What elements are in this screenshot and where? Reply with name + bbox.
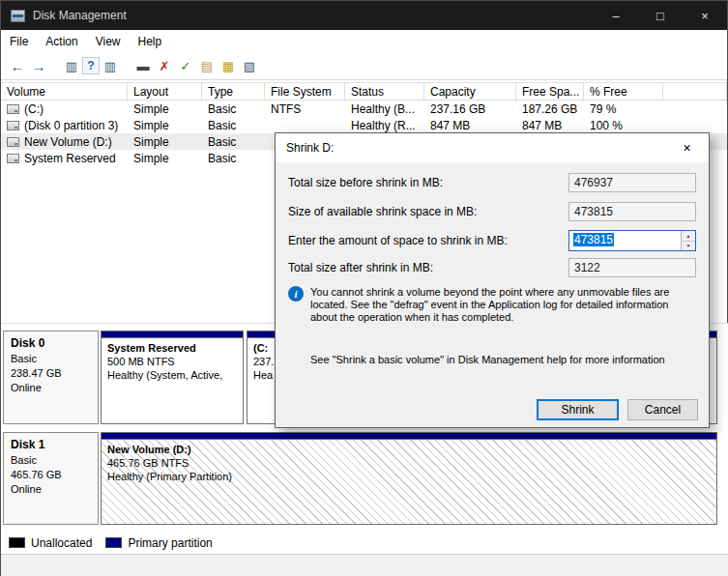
cell-type: Basic [202,135,265,149]
partition-system-reserved[interactable]: System Reserved 500 MB NTFS Healthy (Sys… [101,331,244,424]
disk-kind: Basic [11,453,91,468]
disk-status: Online [11,381,91,395]
partition-color-bar [102,331,243,338]
menu-bar: File Action View Help [1,30,727,52]
window-title: Disk Management [33,9,127,22]
info-section: i You cannot shrink a volume beyond the … [288,286,695,324]
info-icon: i [288,286,304,302]
disk-size: 465.76 GB [11,468,91,482]
help-icon[interactable]: ? [82,57,100,74]
cell-capacity: 237.16 GB [424,102,516,116]
shrink-amount-input[interactable]: 473815 ▲ ▼ [568,230,696,251]
field-label: Size of available shrink space in MB: [288,205,477,218]
disk-name: Disk 0 [11,336,91,350]
field-label: Total size after shrink in MB: [288,261,433,274]
menu-action[interactable]: Action [37,35,86,48]
forward-icon[interactable]: → [28,55,49,76]
field-label: Enter the amount of space to shrink in M… [288,234,508,247]
disk-0-info[interactable]: Disk 0 Basic 238.47 GB Online [3,331,99,424]
column-spacer [663,83,727,100]
cell-layout: Simple [128,102,202,116]
cell-capacity: 847 MB [424,119,516,132]
column-capacity[interactable]: Capacity [424,83,516,100]
close-button[interactable]: × [683,1,727,30]
legend-label: Primary partition [128,536,212,550]
minimize-button[interactable]: – [594,1,638,30]
legend-label: Unallocated [31,536,92,550]
volume-name: New Volume (D:) [24,135,112,149]
cell-layout: Simple [128,135,202,149]
cell-layout: Simple [128,152,202,165]
partition-title: New Volume (D:) [107,443,711,456]
partition-color-bar [102,433,716,440]
drive-icon [7,137,19,147]
cell-pct-free: 79 % [584,102,663,116]
back-icon[interactable]: ← [7,55,28,76]
app-icon [11,10,25,22]
cancel-button[interactable]: Cancel [627,399,698,420]
column-pct-free[interactable]: % Free [584,83,663,100]
column-free-space[interactable]: Free Spa... [516,83,584,100]
column-volume[interactable]: Volume [1,83,128,100]
disk-name: Disk 1 [11,438,91,451]
window-controls: – □ × [594,1,727,30]
partition-size: 465.76 GB NTFS [107,456,711,470]
dialog-close-icon[interactable]: × [665,133,709,162]
drive-icon [7,121,19,130]
open-icon[interactable]: ▤ [196,55,218,76]
table-row[interactable]: (Disk 0 partition 3) Simple Basic Health… [1,117,727,133]
menu-view[interactable]: View [87,35,130,48]
field-shrink-amount: Enter the amount of space to shrink in M… [288,230,696,251]
show-action-pane-icon[interactable]: ▥ [100,55,121,76]
mark-partition-active-icon[interactable]: ✓ [175,55,196,76]
disk-1-info[interactable]: Disk 1 Basic 465.76 GB Online [3,432,99,525]
column-type[interactable]: Type [202,83,265,100]
drive-icon [7,104,19,114]
column-layout[interactable]: Layout [128,83,202,100]
total-after-value: 3122 [568,258,696,277]
cell-type: Basic [202,102,265,116]
delete-volume-icon[interactable]: ✗ [154,55,175,76]
column-status[interactable]: Status [345,83,424,100]
maximize-button[interactable]: □ [638,1,683,30]
field-available-space: Size of available shrink space in MB: 47… [288,201,696,222]
partition-size: 500 MB NTFS [107,355,237,368]
partition-new-volume-d[interactable]: New Volume (D:) 465.76 GB NTFS Healthy (… [101,432,717,525]
cell-file-system: NTFS [265,102,345,116]
available-space-value: 473815 [568,202,696,221]
dialog-title: Shrink D: [286,141,334,155]
unallocated-swatch-icon [9,537,25,548]
cell-type: Basic [202,119,265,132]
menu-file[interactable]: File [1,35,37,48]
show-console-tree-icon[interactable]: ▥ [61,55,82,76]
field-total-after: Total size after shrink in MB: 3122 [288,257,696,278]
field-label: Total size before shrink in MB: [288,176,443,189]
comment-icon[interactable]: ▬ [132,55,154,76]
shrink-dialog: Shrink D: × Total size before shrink in … [275,132,710,428]
volume-list-header: Volume Layout Type File System Status Ca… [1,82,727,101]
menu-help[interactable]: Help [130,35,171,48]
shrink-button[interactable]: Shrink [537,399,619,420]
table-row[interactable]: (C:) Simple Basic NTFS Healthy (B... 237… [1,101,727,117]
spinner-up-icon[interactable]: ▲ [682,231,695,242]
total-before-value: 476937 [568,173,696,192]
cell-status: Healthy (B... [345,102,424,116]
selected-text: 473815 [573,233,614,246]
disk-size: 238.47 GB [11,366,91,381]
cell-pct-free: 100 % [584,119,663,132]
drive-icon [7,154,19,163]
spinner: ▲ ▼ [681,231,695,250]
disk-1-row: Disk 1 Basic 465.76 GB Online New Volume… [3,432,717,525]
primary-partition-swatch-icon [105,537,122,548]
cell-free-space: 187.26 GB [516,102,584,116]
cell-free-space: 847 MB [516,119,584,132]
toolbar: ← → ▥ ? ▥ ▬ ✗ ✓ ▤ ▦ ▧ [1,52,727,80]
partition-status: Healthy (System, Active, [107,368,237,382]
disk-kind: Basic [11,352,91,366]
properties-icon[interactable]: ▧ [239,55,260,76]
format-icon[interactable]: ▦ [218,55,239,76]
disk-management-window: Disk Management – □ × File Action View H… [0,0,728,576]
volume-name: (C:) [24,102,44,116]
column-file-system[interactable]: File System [265,83,345,100]
spinner-down-icon[interactable]: ▼ [682,242,695,251]
